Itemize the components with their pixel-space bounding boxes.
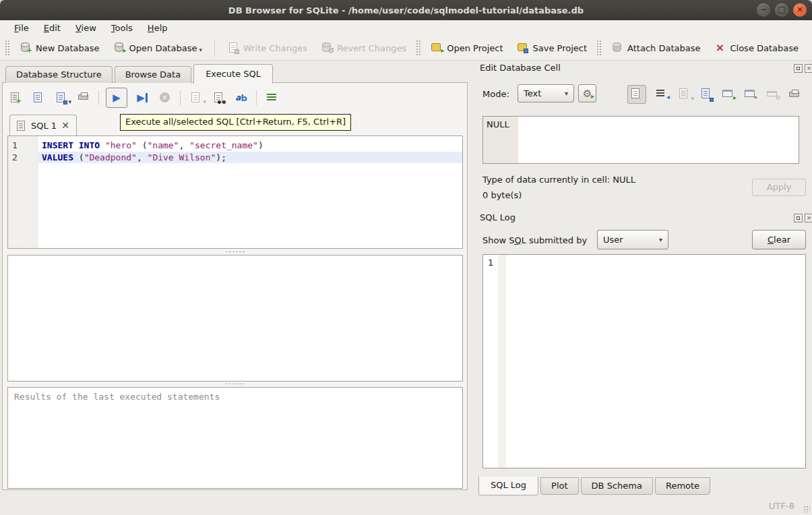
menu-view[interactable]: View xyxy=(68,22,104,34)
copy-link-button[interactable]: ⚭ xyxy=(744,88,757,101)
cell-value-text: NULL xyxy=(487,119,509,129)
text-mode-toggle[interactable] xyxy=(627,85,646,104)
dock-tab-remote[interactable]: Remote xyxy=(655,477,710,495)
toolbar-separator xyxy=(256,90,257,105)
line-number: 2 xyxy=(12,152,31,164)
cell-type-info: Type of data currently in cell: NULL xyxy=(482,175,635,185)
code-line-1: INSERT INTO "hero" ("name", "secret_name… xyxy=(38,140,462,152)
write-changes-icon xyxy=(227,42,239,54)
find-button[interactable] xyxy=(210,90,226,106)
tab-browse-data[interactable]: Browse Data xyxy=(115,66,192,83)
toolbar-separator xyxy=(180,90,181,105)
titlebar[interactable]: DB Browser for SQLite - /home/user/code/… xyxy=(0,0,812,20)
revert-changes-icon: ↺ xyxy=(321,42,333,54)
toolbar-drag-handle[interactable] xyxy=(596,40,602,56)
minimize-button[interactable]: − xyxy=(757,3,770,17)
apply-button: Apply xyxy=(752,179,806,196)
export-data-button[interactable] xyxy=(699,88,713,101)
save-sql-file-button[interactable]: ▾ xyxy=(53,90,69,106)
execute-line-icon: ▶ xyxy=(137,92,145,104)
toolbar-separator xyxy=(214,40,215,57)
stop-execution-button: × xyxy=(157,90,173,106)
menu-help[interactable]: Help xyxy=(140,22,175,34)
format-sql-button[interactable] xyxy=(263,90,280,106)
save-results-button: ▾ xyxy=(187,90,204,106)
sql-document-tab[interactable]: SQL 1 ✕ xyxy=(9,115,77,135)
toolbar-drag-handle[interactable] xyxy=(5,40,10,56)
word-wrap-button[interactable]: ◂ xyxy=(655,88,668,101)
save-project-button[interactable]: Save Project xyxy=(510,39,594,57)
log-filter-combobox[interactable]: User ▾ xyxy=(597,230,668,249)
log-filter-label: Show SQL submitted by xyxy=(482,235,587,245)
execute-line-button[interactable]: ▶ xyxy=(134,90,150,106)
import-data-button: ▾ xyxy=(677,88,691,101)
line-number-gutter: 1 2 xyxy=(8,136,31,248)
line-number: 1 xyxy=(12,140,31,152)
clear-log-button[interactable]: Clear xyxy=(752,230,806,249)
print-cell-button[interactable] xyxy=(788,88,802,101)
edit-cell-toolbar: ◂ ▾ ▸ ⚭ ⊖ xyxy=(627,85,802,104)
replace-button[interactable]: ab xyxy=(233,90,249,106)
encoding-indicator[interactable]: UTF-8 xyxy=(769,501,794,511)
cell-value-editor[interactable]: NULL xyxy=(482,116,799,164)
dock-tabbar: SQL Log Plot DB Schema Remote xyxy=(478,477,712,495)
results-grid-panel[interactable] xyxy=(7,255,463,382)
sql-code-editor[interactable]: 1 2 INSERT INTO "hero" ("name", "secret_… xyxy=(7,135,463,249)
write-changes-button: Write Changes xyxy=(220,39,314,57)
horizontal-splitter[interactable] xyxy=(7,382,463,386)
maximize-button[interactable]: □ xyxy=(775,3,788,17)
mode-combobox[interactable]: Text ▾ xyxy=(518,84,574,102)
log-filter-value: User xyxy=(603,235,623,245)
close-button[interactable]: × xyxy=(793,3,807,17)
edit-cell-title: Edit Database Cell xyxy=(480,63,561,73)
code-folding-margin xyxy=(31,136,38,248)
edit-cell-dock-buttons: × xyxy=(794,64,812,73)
main-tabbar: Database Structure Browse Data Execute S… xyxy=(5,64,275,83)
chevron-down-icon: ▾ xyxy=(659,236,662,243)
attach-database-button[interactable]: Attach Database xyxy=(604,39,707,57)
execute-all-button[interactable]: ▶ xyxy=(106,88,127,108)
results-message-panel[interactable]: Results of the last executed statements xyxy=(7,387,463,489)
execute-sql-page: + ▾ ▶ ▶ × ▾ ab SQL 1 ✕ 1 2 xyxy=(2,82,468,490)
dock-tab-plot[interactable]: Plot xyxy=(540,477,579,495)
close-sql-tab-icon[interactable]: ✕ xyxy=(61,120,69,131)
statusbar: UTF-8 xyxy=(0,495,812,515)
attach-database-icon xyxy=(611,42,623,54)
code-area[interactable]: INSERT INTO "hero" ("name", "secret_name… xyxy=(38,136,462,248)
sql-document-icon xyxy=(17,120,26,131)
open-database-icon: ▸ xyxy=(113,42,125,54)
chevron-down-icon: ▾ xyxy=(565,90,568,97)
code-line-2: VALUES ("Deadpond", "Dive Wilson"); xyxy=(38,152,462,164)
dock-tab-db-schema[interactable]: DB Schema xyxy=(581,477,653,495)
close-database-icon: × xyxy=(714,42,726,54)
tab-execute-sql[interactable]: Execute SQL xyxy=(193,64,273,84)
open-project-button[interactable]: ▸ Open Project xyxy=(424,39,509,57)
auto-mode-button[interactable]: ⚙ ▸ xyxy=(578,84,596,102)
execute-tooltip: Execute all/selected SQL [Ctrl+Return, F… xyxy=(120,114,351,131)
open-sql-tab-button[interactable]: + xyxy=(7,90,23,106)
menu-edit[interactable]: Edit xyxy=(36,22,68,34)
toolbar-drag-handle[interactable] xyxy=(416,40,421,56)
tab-database-structure[interactable]: Database Structure xyxy=(5,66,113,83)
menu-file[interactable]: File xyxy=(7,22,36,34)
menu-tools[interactable]: Tools xyxy=(104,22,140,34)
open-database-button[interactable]: ▸ Open Database ▾ xyxy=(106,39,209,57)
set-null-button: ⊖ xyxy=(766,88,780,101)
dock-tab-sql-log[interactable]: SQL Log xyxy=(478,477,538,495)
open-external-button[interactable]: ▸ xyxy=(722,88,735,101)
float-dock-icon[interactable] xyxy=(794,64,803,73)
open-database-dropdown-icon[interactable]: ▾ xyxy=(199,47,202,53)
horizontal-splitter[interactable] xyxy=(7,249,463,254)
float-dock-icon[interactable] xyxy=(794,214,803,222)
open-sql-file-button[interactable] xyxy=(30,90,46,106)
log-line-number: 1 xyxy=(488,258,493,268)
toolbar-separator xyxy=(98,90,99,105)
close-dock-icon[interactable]: × xyxy=(805,214,812,222)
print-sql-button[interactable] xyxy=(75,90,92,106)
new-database-button[interactable]: + New Database xyxy=(13,39,106,57)
close-database-button[interactable]: × Close Database xyxy=(707,39,805,57)
sql-log-title: SQL Log xyxy=(480,212,516,222)
resize-grip[interactable] xyxy=(803,506,810,512)
close-dock-icon[interactable]: × xyxy=(805,64,812,73)
sql-log-area[interactable]: 1 xyxy=(482,254,806,468)
